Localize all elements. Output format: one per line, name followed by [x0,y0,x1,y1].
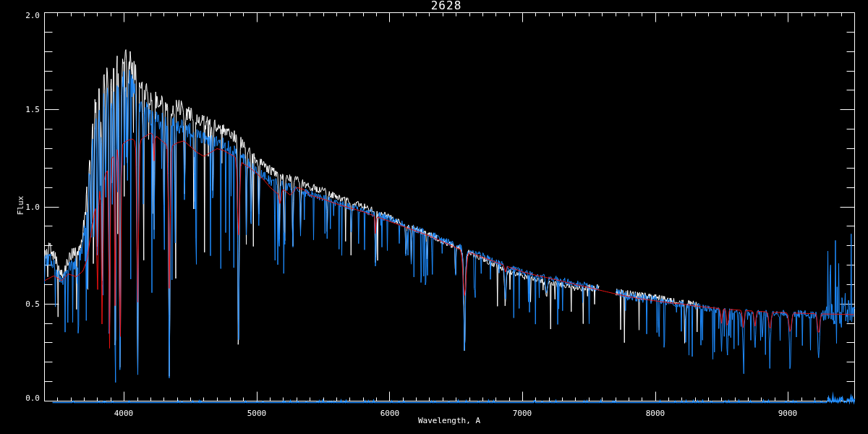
spectrum-plot-canvas [0,0,868,434]
x-tick-label: 7000 [501,409,544,419]
x-tick-label: 5000 [235,409,278,419]
y-tick-label: 1.0 [0,203,40,213]
x-axis-label: Wavelength, A [418,416,480,426]
y-tick-label: 2.0 [0,11,40,21]
x-tick-label: 8000 [634,409,677,419]
y-tick-label: 1.5 [0,105,40,115]
y-tick-label: 0.5 [0,299,40,310]
x-tick-label: 9000 [766,409,809,419]
x-tick-label: 6000 [368,409,412,419]
chart-title: 2628 [431,1,462,11]
y-tick-label: 0.0 [0,393,40,404]
spectrum-figure: 2628 Flux Wavelength, A 2.0 1.5 1.0 0.5 … [0,0,868,434]
x-tick-label: 4000 [102,409,145,419]
